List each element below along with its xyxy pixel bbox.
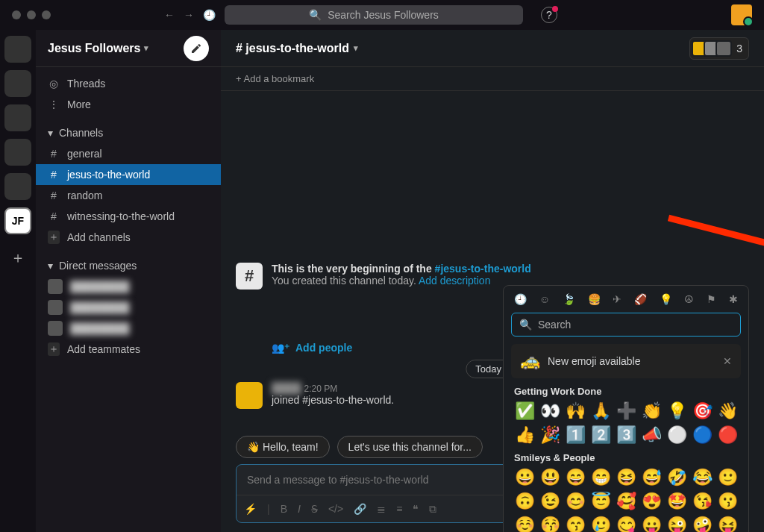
emoji[interactable]: 🙌 bbox=[565, 401, 586, 421]
channel-jesus-to-the-world[interactable]: #jesus-to-the-world bbox=[36, 164, 221, 185]
emoji[interactable]: 📣 bbox=[641, 425, 662, 445]
emoji[interactable]: ☺️ bbox=[514, 516, 535, 532]
emoji[interactable]: 😙 bbox=[565, 516, 586, 532]
emoji[interactable]: ✅ bbox=[514, 401, 535, 421]
emoji[interactable]: 👀 bbox=[539, 401, 560, 421]
symbols-icon[interactable]: ☮ bbox=[684, 293, 694, 305]
emoji[interactable]: 🙃 bbox=[514, 492, 535, 511]
emoji[interactable]: 👋 bbox=[717, 401, 738, 421]
code-icon[interactable]: </> bbox=[328, 503, 343, 515]
emoji[interactable]: 😁 bbox=[590, 468, 611, 487]
bold-icon[interactable]: B bbox=[281, 503, 287, 515]
add-bookmark-button[interactable]: + Add a bookmark bbox=[221, 67, 764, 91]
quote-icon[interactable]: ❝ bbox=[413, 503, 419, 515]
back-icon[interactable]: ← bbox=[164, 9, 175, 21]
close-icon[interactable]: ✕ bbox=[723, 355, 732, 367]
compose-button[interactable] bbox=[184, 36, 209, 61]
emoji[interactable]: 😂 bbox=[692, 468, 713, 487]
emoji[interactable]: ➕ bbox=[616, 401, 636, 421]
emoji[interactable]: 🔵 bbox=[692, 425, 713, 445]
emoji[interactable]: 🤪 bbox=[692, 516, 713, 532]
emoji[interactable]: 1️⃣ bbox=[565, 425, 586, 445]
smiley-icon[interactable]: ☺ bbox=[539, 293, 550, 305]
workspace-tile[interactable] bbox=[4, 104, 31, 131]
emoji[interactable]: 😀 bbox=[514, 468, 535, 487]
emoji[interactable]: 🥰 bbox=[616, 492, 636, 511]
members-button[interactable]: 3 bbox=[689, 37, 749, 60]
add-people-button[interactable]: 👥⁺ Add people bbox=[272, 342, 352, 354]
emoji[interactable]: 🎉 bbox=[539, 425, 560, 445]
flags-icon[interactable]: ⚑ bbox=[707, 293, 716, 305]
emoji[interactable]: 3️⃣ bbox=[616, 425, 636, 445]
food-icon[interactable]: 🍔 bbox=[588, 293, 601, 305]
emoji[interactable]: 🔴 bbox=[717, 425, 738, 445]
emoji[interactable]: 👍 bbox=[514, 425, 535, 445]
emoji[interactable]: 😊 bbox=[565, 492, 586, 511]
emoji[interactable]: 😛 bbox=[641, 516, 662, 532]
add-channels-button[interactable]: ＋Add channels bbox=[36, 227, 221, 248]
dm-item[interactable]: ████████ bbox=[36, 276, 221, 297]
channel-witnessing[interactable]: #witnessing-to-the-world bbox=[36, 206, 221, 227]
emoji[interactable]: 😉 bbox=[539, 492, 560, 511]
strike-icon[interactable]: S̶ bbox=[311, 503, 318, 515]
emoji[interactable]: 😍 bbox=[641, 492, 662, 511]
window-controls[interactable] bbox=[12, 10, 51, 19]
nature-icon[interactable]: 🍃 bbox=[563, 293, 575, 305]
channel-general[interactable]: #general bbox=[36, 143, 221, 164]
channel-random[interactable]: #random bbox=[36, 185, 221, 206]
emoji[interactable]: 🙏 bbox=[590, 401, 611, 421]
emoji[interactable]: ⚪ bbox=[666, 425, 687, 445]
user-avatar[interactable] bbox=[731, 4, 752, 25]
emoji[interactable]: 😇 bbox=[590, 492, 611, 511]
emoji-search-input[interactable]: 🔍 Search bbox=[511, 313, 741, 337]
more-link[interactable]: ⋮More bbox=[36, 94, 221, 115]
emoji[interactable]: 😅 bbox=[641, 468, 662, 487]
emoji[interactable]: 😚 bbox=[539, 516, 560, 532]
emoji[interactable]: 😄 bbox=[565, 468, 586, 487]
suggestion-chip-hello[interactable]: 👋 Hello, team! bbox=[236, 436, 330, 458]
emoji[interactable]: 💡 bbox=[666, 401, 687, 421]
emoji[interactable]: 🙂 bbox=[717, 468, 738, 487]
emoji[interactable]: 😝 bbox=[717, 516, 738, 532]
emoji[interactable]: 😋 bbox=[616, 516, 636, 532]
emoji[interactable]: 😜 bbox=[666, 516, 687, 532]
objects-icon[interactable]: 💡 bbox=[660, 293, 672, 305]
workspace-tile[interactable] bbox=[4, 173, 31, 200]
emoji[interactable]: 🤩 bbox=[666, 492, 687, 511]
custom-icon[interactable]: ✱ bbox=[729, 293, 738, 305]
lightning-icon[interactable]: ⚡ bbox=[244, 503, 257, 515]
italic-icon[interactable]: I bbox=[298, 503, 301, 515]
message-avatar[interactable] bbox=[236, 382, 263, 409]
add-teammates-button[interactable]: ＋Add teammates bbox=[36, 339, 221, 360]
workspace-tile[interactable] bbox=[4, 70, 31, 97]
search-input[interactable]: 🔍 Search Jesus Followers bbox=[225, 5, 523, 25]
dm-header[interactable]: ▾Direct messages bbox=[36, 255, 221, 276]
workspace-active[interactable]: JF bbox=[4, 207, 31, 234]
emoji[interactable]: 🥲 bbox=[590, 516, 611, 532]
travel-icon[interactable]: ✈ bbox=[613, 293, 621, 305]
forward-icon[interactable]: → bbox=[184, 9, 194, 21]
emoji[interactable]: 😘 bbox=[692, 492, 713, 511]
add-workspace-button[interactable]: ＋ bbox=[10, 248, 25, 268]
link-icon[interactable]: 🔗 bbox=[354, 503, 366, 515]
history-icon[interactable]: 🕘 bbox=[203, 9, 216, 21]
help-icon[interactable]: ? bbox=[541, 7, 557, 23]
activity-icon[interactable]: 🏈 bbox=[634, 293, 647, 305]
add-description-link[interactable]: Add description bbox=[419, 275, 491, 287]
new-emoji-banner[interactable]: 🚕 New emoji available ✕ bbox=[511, 344, 741, 378]
emoji[interactable]: 🎯 bbox=[692, 401, 713, 421]
emoji[interactable]: 😆 bbox=[616, 468, 636, 487]
channels-header[interactable]: ▾Channels bbox=[36, 122, 221, 143]
recent-icon[interactable]: 🕘 bbox=[514, 293, 527, 305]
numlist-icon[interactable]: ≡ bbox=[396, 503, 402, 515]
emoji[interactable]: 🤣 bbox=[666, 468, 687, 487]
username[interactable]: ████ bbox=[272, 382, 301, 394]
workspace-name-button[interactable]: Jesus Followers bbox=[48, 42, 148, 55]
dm-item[interactable]: ████████ bbox=[36, 297, 221, 318]
codeblock-icon[interactable]: ⧉ bbox=[429, 503, 436, 516]
emoji[interactable]: 😗 bbox=[717, 492, 738, 511]
channel-link[interactable]: #jesus-to-the-world bbox=[435, 263, 531, 275]
workspace-tile[interactable] bbox=[4, 36, 31, 63]
threads-link[interactable]: ◎Threads bbox=[36, 73, 221, 94]
suggestion-chip-use[interactable]: Let's use this channel for... bbox=[337, 436, 483, 458]
